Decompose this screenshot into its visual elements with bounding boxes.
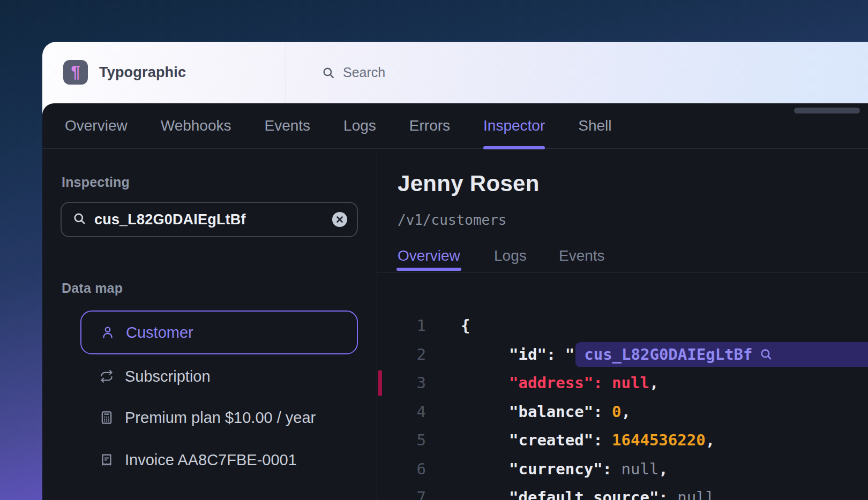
json-value-currency: null [622, 455, 659, 484]
inspector-tab-events[interactable]: Events [559, 247, 605, 264]
datamap-item-invoice[interactable]: Invoice AA8C7FBE-0001 [80, 449, 357, 471]
search-icon [321, 66, 335, 80]
inspector-tabs: Overview Logs Events [377, 149, 868, 272]
customer-id-value: cus_L82G0DAIEgLtBf [584, 340, 752, 369]
datamap-item-premium-plan[interactable]: Premium plan $10.00 / year [80, 407, 357, 428]
json-key-balance: "balance": [509, 398, 612, 427]
inspector-tab-logs[interactable]: Logs [494, 247, 527, 264]
customer-id-chip[interactable]: cus_L82G0DAIEgLtBf [575, 342, 868, 367]
json-key-created: "created": [509, 426, 612, 455]
line-number: 4 [377, 398, 426, 427]
datamap-item-label: Subscription [125, 368, 211, 385]
datamap-item-label: Premium plan $10.00 / year [125, 409, 316, 427]
line-number: 5 [377, 426, 426, 455]
nav-tab-overview[interactable]: Overview [65, 103, 128, 149]
inspector-sidebar: Inspecting [42, 149, 377, 500]
app-title: Typographic [99, 42, 186, 103]
datamap-item-subscription[interactable]: Subscription [80, 366, 357, 387]
code-line: 4 "balance": 0 , [377, 398, 868, 427]
json-brace: { [461, 312, 470, 340]
inspector-main: Jenny Rosen /v1/customers Overview Logs … [377, 149, 868, 500]
app-header: ¶ Typographic Search [42, 42, 868, 103]
json-value-created: 1644536220 [612, 426, 706, 455]
code-line: 5 "created": 1644536220 , [377, 426, 868, 455]
calculator-icon [99, 410, 114, 425]
nav-tab-errors[interactable]: Errors [409, 103, 450, 149]
line-number: 7 [377, 483, 426, 500]
scrollbar-thumb[interactable] [794, 108, 860, 113]
json-key-id: "id": " [509, 340, 574, 369]
datamap-label: Data map [62, 281, 123, 296]
nav-tab-webhooks[interactable]: Webhooks [161, 103, 231, 149]
json-punctuation: , [622, 398, 631, 427]
code-line: 2 "id": " cus_L82G0DAIEgLtBf [377, 340, 868, 369]
datamap-item-label: Invoice AA8C7FBE-0001 [125, 451, 297, 469]
datamap-item-label: Customer [126, 324, 193, 342]
desktop-background: ¶ Typographic Search Overview Webhooks E… [0, 0, 868, 500]
json-pair-address: "address": null [509, 369, 649, 398]
clear-search-button[interactable] [332, 212, 347, 227]
json-key-currency: "currency": [509, 455, 622, 484]
datamap-item-customer[interactable]: Customer [80, 310, 358, 354]
header-divider [286, 42, 286, 103]
receipt-icon [99, 452, 114, 467]
nav-tab-events[interactable]: Events [265, 103, 311, 149]
json-punctuation: , [649, 369, 659, 398]
code-line: 6 "currency": null , [377, 455, 868, 484]
code-line: 3 "address": null , [377, 369, 868, 398]
inspector-tab-overview[interactable]: Overview [398, 247, 460, 264]
json-punctuation: , [706, 426, 715, 455]
inspecting-label: Inspecting [62, 175, 130, 190]
global-search[interactable]: Search [321, 42, 385, 103]
app-window: ¶ Typographic Search Overview Webhooks E… [42, 42, 868, 500]
primary-nav: Overview Webhooks Events Logs Errors Ins… [42, 103, 868, 149]
line-number: 3 [377, 369, 426, 398]
repeat-icon [99, 369, 114, 384]
line-number: 6 [377, 455, 426, 484]
nav-tab-logs[interactable]: Logs [343, 103, 376, 149]
inspect-search-box[interactable] [61, 202, 358, 237]
search-icon [72, 211, 87, 228]
json-value-default-source: null [677, 483, 715, 500]
nav-tab-shell[interactable]: Shell [578, 103, 611, 149]
main-panel: Overview Webhooks Events Logs Errors Ins… [42, 103, 868, 500]
app-logo[interactable]: ¶ [63, 60, 88, 85]
code-line: 7 "default_source": null [377, 483, 868, 500]
person-icon [100, 325, 115, 340]
json-punctuation: , [659, 455, 668, 484]
json-key-default-source: "default_source": [509, 483, 677, 500]
json-viewer: 1 { 2 "id": " cus_L82G0DAIEgLtBf [377, 312, 868, 500]
pilcrow-icon: ¶ [71, 64, 80, 80]
nav-tab-inspector[interactable]: Inspector [483, 103, 545, 149]
line-number: 1 [377, 312, 426, 340]
inspect-search-input[interactable] [94, 211, 332, 228]
global-search-placeholder: Search [343, 65, 385, 80]
json-value-balance: 0 [612, 398, 621, 427]
line-number: 2 [377, 340, 426, 369]
